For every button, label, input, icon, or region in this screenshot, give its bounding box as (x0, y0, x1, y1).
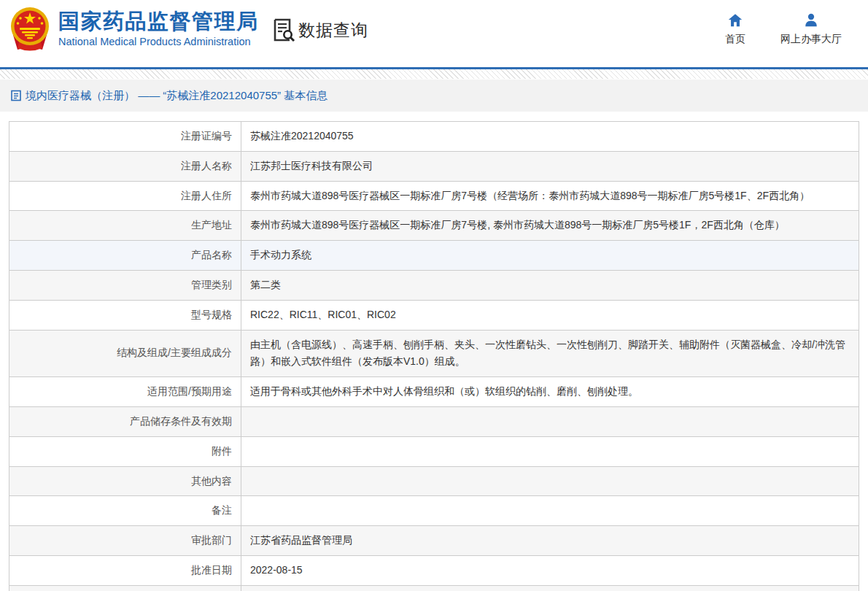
row-value: 苏械注准20212040755 (241, 122, 859, 152)
document-search-icon (272, 18, 295, 42)
nav-online-hall-label: 网上办事大厅 (780, 33, 842, 46)
row-label: 注册证编号 (9, 122, 241, 152)
table-row: 审批部门江苏省药品监督管理局 (9, 526, 859, 556)
person-icon (803, 12, 819, 28)
table-row: 管理类别第二类 (9, 270, 859, 300)
data-query-header: 数据查询 (272, 18, 368, 42)
row-value: RIC22、RIC11、RIC01、RIC02 (241, 300, 859, 330)
form-list-icon (10, 90, 22, 101)
row-label-text: 产品储存条件及有效期 (130, 415, 232, 427)
header-nav: 首页 网上办事大厅 (725, 12, 842, 46)
hatch-pattern-band (0, 69, 868, 79)
row-value: 江苏省药品监督管理局 (241, 526, 859, 556)
table-row: 产品名称手术动力系统 (9, 241, 859, 271)
row-label-text: 管理类别 (191, 279, 232, 290)
site-subtitle: National Medical Products Administration (58, 36, 259, 47)
row-value (241, 406, 859, 436)
row-value: 江苏邦士医疗科技有限公司 (241, 151, 859, 181)
data-query-label: 数据查询 (298, 19, 368, 42)
row-value: 第二类 (241, 270, 859, 300)
table-row: 注册人名称江苏邦士医疗科技有限公司 (9, 151, 859, 181)
table-row: 有效期至2026-04-05 (9, 585, 859, 591)
row-value (241, 436, 859, 466)
table-row: 批准日期2022-08-15 (9, 555, 859, 585)
row-value: 泰州市药城大道898号医疗器械区一期标准厂房7号楼（经营场所：泰州市药城大道89… (241, 181, 859, 211)
row-label: 审批部门 (9, 526, 241, 556)
table-row: 生产地址泰州市药城大道898号医疗器械区一期标准厂房7号楼, 泰州市药城大道89… (9, 211, 859, 241)
site-title-block: 国家药品监督管理局 National Medical Products Admi… (58, 9, 259, 47)
row-label-text: 产品名称 (191, 249, 232, 260)
row-label-text: 附件 (212, 445, 232, 457)
row-label: 产品名称 (9, 241, 241, 271)
row-label: 注册人住所 (9, 181, 241, 211)
row-label: 备注 (9, 496, 241, 526)
nav-home[interactable]: 首页 (725, 12, 745, 46)
table-row: 型号规格RIC22、RIC11、RIC01、RIC02 (9, 300, 859, 330)
row-label: 生产地址 (9, 211, 241, 241)
row-label-text: 结构及组成/主要组成成分 (117, 347, 232, 358)
row-label-text: 其他内容 (191, 475, 232, 487)
table-row: 产品储存条件及有效期 (9, 406, 859, 436)
nav-online-hall[interactable]: 网上办事大厅 (780, 12, 842, 46)
row-label-text: 批准日期 (191, 564, 232, 576)
row-label-text: 适用范围/预期用途 (147, 385, 232, 397)
row-label-text: 型号规格 (191, 309, 232, 320)
national-emblem-logo (7, 6, 53, 53)
breadcrumb: 境内医疗器械（注册） —— “苏械注准20212040755” 基本信息 (0, 80, 868, 112)
row-label: 管理类别 (9, 270, 241, 300)
info-table-body: 注册证编号苏械注准20212040755注册人名称江苏邦士医疗科技有限公司注册人… (9, 122, 859, 591)
row-value (241, 496, 859, 526)
table-row: 适用范围/预期用途适用于骨科或其他外科手术中对人体骨组织和（或）软组织的钻削、磨… (9, 377, 859, 407)
row-label: 产品储存条件及有效期 (9, 406, 241, 436)
table-row: 结构及组成/主要组成成分由主机（含电源线）、高速手柄、刨削手柄、夹头、一次性磨钻… (9, 330, 859, 377)
row-label: 适用范围/预期用途 (9, 377, 241, 407)
row-value (241, 466, 859, 496)
row-label-text: 审批部门 (191, 534, 232, 546)
row-value: 2022-08-15 (241, 555, 859, 585)
row-label: 型号规格 (9, 300, 241, 330)
row-label: 注册人名称 (9, 151, 241, 181)
breadcrumb-text: 境内医疗器械（注册） —— “苏械注准20212040755” 基本信息 (26, 89, 328, 103)
row-label-text: 注册证编号 (181, 130, 232, 142)
table-row: 注册证编号苏械注准20212040755 (9, 122, 859, 152)
row-value: 适用于骨科或其他外科手术中对人体骨组织和（或）软组织的钻削、磨削、刨削处理。 (241, 377, 859, 407)
page-header: 国家药品监督管理局 National Medical Products Admi… (0, 0, 868, 67)
home-icon (727, 12, 743, 28)
nav-home-label: 首页 (725, 33, 745, 46)
row-value: 手术动力系统 (241, 241, 859, 271)
row-label-text: 注册人住所 (181, 190, 232, 201)
table-row: 附件 (9, 436, 859, 466)
row-label: 其他内容 (9, 466, 241, 496)
table-row: 备注 (9, 496, 859, 526)
row-label-text: 生产地址 (191, 219, 232, 231)
row-value: 2026-04-05 (241, 585, 859, 591)
row-label-text: 注册人名称 (181, 160, 232, 171)
site-title: 国家药品监督管理局 (58, 9, 259, 34)
row-label: 结构及组成/主要组成成分 (9, 330, 241, 377)
row-label: 批准日期 (9, 555, 241, 585)
row-label: 有效期至 (9, 585, 241, 591)
row-label-text: 备注 (212, 504, 232, 516)
row-label: 附件 (9, 436, 241, 466)
registration-info-section: 注册证编号苏械注准20212040755注册人名称江苏邦士医疗科技有限公司注册人… (0, 112, 868, 591)
registration-info-table: 注册证编号苏械注准20212040755注册人名称江苏邦士医疗科技有限公司注册人… (9, 121, 859, 591)
row-value: 由主机（含电源线）、高速手柄、刨削手柄、夹头、一次性磨钻头、一次性刨削刀、脚踏开… (241, 330, 859, 377)
table-row: 注册人住所泰州市药城大道898号医疗器械区一期标准厂房7号楼（经营场所：泰州市药… (9, 181, 859, 211)
table-row: 其他内容 (9, 466, 859, 496)
row-value: 泰州市药城大道898号医疗器械区一期标准厂房7号楼, 泰州市药城大道898号一期… (241, 211, 859, 241)
